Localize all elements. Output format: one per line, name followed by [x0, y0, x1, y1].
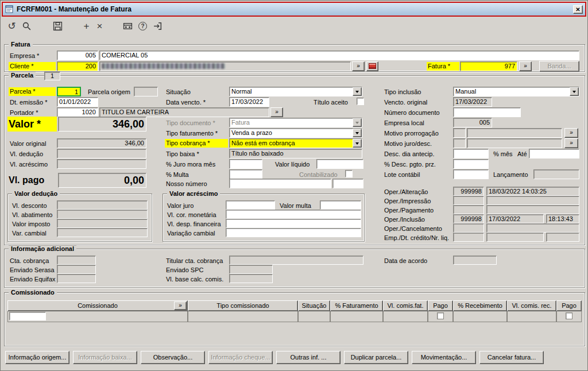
- juro-mora-field[interactable]: [229, 159, 262, 169]
- cliente-code-field[interactable]: 200: [57, 61, 98, 71]
- oper-alteracao-datetime-field: 18/03/2022 14:03:25: [486, 187, 579, 196]
- save-icon[interactable]: [51, 20, 64, 33]
- column-header-comissionado[interactable]: Comissionado »: [7, 300, 188, 311]
- cell-pct-faturamento: [330, 311, 383, 322]
- desc-dia-antecip-field[interactable]: [453, 149, 489, 159]
- vl-pago-field: 0,00: [58, 173, 146, 188]
- tipo-inclusao-value: Manual: [455, 88, 476, 95]
- empresa-name-field[interactable]: COMERCIAL 05: [99, 51, 579, 60]
- var-cambial-field: [57, 228, 148, 237]
- column-header-vl-comis-fat[interactable]: Vl. comis.fat.: [383, 300, 428, 311]
- multa-field[interactable]: [229, 169, 262, 179]
- column-header-pct-faturamento[interactable]: % Faturamento: [330, 300, 383, 311]
- add-icon[interactable]: +: [80, 20, 93, 33]
- window-title: FCRFM001 - Manutenção de Fatura: [17, 5, 573, 13]
- vl-desp-financeira-field[interactable]: [226, 219, 361, 228]
- title-bar[interactable]: FCRFM001 - Manutenção de Fatura ✕: [3, 3, 585, 16]
- informacao-origem-button[interactable]: Informação origem...: [5, 351, 69, 364]
- valor-juro-field[interactable]: [226, 200, 275, 210]
- fatura-number-field[interactable]: 977: [460, 61, 517, 71]
- pago-fat-checkbox[interactable]: [437, 312, 444, 319]
- cliente-label: Cliente *: [9, 62, 56, 71]
- vl-desconto-field: [57, 200, 148, 210]
- data-vencto-field[interactable]: 17/03/2022: [229, 97, 269, 107]
- nosso-numero-digito-field[interactable]: [332, 179, 363, 188]
- client-alert-button[interactable]: [366, 61, 378, 71]
- delete-icon[interactable]: ×: [93, 20, 106, 33]
- vl-desp-financeira-label: Vl. desp. financeira: [167, 220, 221, 228]
- undo-icon[interactable]: ↺: [5, 20, 18, 33]
- data-acordo-label: Data de acordo: [384, 257, 427, 265]
- empresa-code-field[interactable]: 005: [57, 51, 98, 60]
- valor-multa-field[interactable]: [320, 200, 361, 210]
- titulo-aceito-checkbox[interactable]: [357, 98, 364, 105]
- vencto-original-field: 17/03/2022: [453, 97, 492, 107]
- variacao-cambial-field[interactable]: [226, 228, 361, 237]
- contabilizado-checkbox: [345, 170, 353, 177]
- column-header-pago-rec[interactable]: Pago: [556, 300, 582, 311]
- chevron-down-icon[interactable]: [570, 87, 579, 96]
- browse-icon[interactable]: [121, 20, 134, 33]
- observacao-button[interactable]: Observação...: [141, 351, 205, 364]
- portador-lookup-button[interactable]: »: [270, 107, 283, 117]
- column-header-tipo-comissionado[interactable]: Tipo comissionado: [188, 300, 298, 311]
- tipo-baixa-field: Título não baixado: [229, 149, 362, 159]
- comissionado-lookup-button[interactable]: »: [174, 302, 187, 310]
- valor-liquido-field[interactable]: [316, 159, 363, 169]
- comissionado-code-field[interactable]: [9, 312, 46, 320]
- column-header-vl-comis-rec[interactable]: Vl. comis. rec.: [507, 300, 556, 311]
- vl-acrescimo-field: [57, 159, 146, 169]
- chevron-down-icon[interactable]: [353, 87, 362, 96]
- emp-dt-credito-field-2: [486, 233, 544, 242]
- dt-emissao-field[interactable]: 01/01/2022: [57, 97, 98, 107]
- exit-icon[interactable]: [151, 20, 164, 33]
- tipo-documento-value: Fatura: [231, 119, 250, 126]
- fatura-label: Fatura *: [427, 62, 459, 71]
- movimentacao-button[interactable]: Movimentação...: [412, 351, 476, 364]
- valor-acrescimo-legend: Valor acréscimo: [167, 190, 220, 198]
- vl-cor-monetaria-field[interactable]: [226, 210, 361, 219]
- column-header-situacao[interactable]: Situação: [298, 300, 330, 311]
- column-header-pct-recebimento[interactable]: % Recebimento: [453, 300, 507, 311]
- situacao-value: Normal: [231, 88, 252, 95]
- informacao-baixa-button: Informação baixa...: [73, 351, 137, 364]
- fatura-legend: Fatura: [9, 41, 33, 48]
- empresa-local-label: Empresa local: [384, 119, 424, 127]
- close-button[interactable]: ✕: [573, 5, 583, 14]
- chevron-down-icon[interactable]: [353, 129, 362, 137]
- tipo-cobranca-select[interactable]: Não está em cobrança: [229, 138, 362, 148]
- client-alert-icon: [369, 63, 376, 69]
- duplicar-parcela-button[interactable]: Duplicar parcela...: [344, 351, 408, 364]
- chevron-down-icon[interactable]: [353, 139, 362, 148]
- desc-dia-antecip-label: Desc. dia antecip.: [384, 150, 434, 158]
- column-header-pago-fat[interactable]: Pago: [428, 300, 453, 311]
- tipo-documento-label: Tipo documento *: [166, 119, 215, 127]
- vl-desconto-label: Vl. desconto: [12, 202, 47, 210]
- valor-liquido-label: Valor líquido: [275, 160, 310, 168]
- multa-label: % Multa: [166, 171, 189, 179]
- comissionado-legend: Comissionado: [9, 289, 57, 296]
- pct-mes-label: % mês: [493, 150, 513, 158]
- numero-documento-field[interactable]: [453, 107, 521, 117]
- fatura-lookup-button[interactable]: »: [519, 61, 532, 71]
- lote-contabil-field[interactable]: [453, 169, 489, 179]
- portador-code-field[interactable]: 1020: [57, 107, 98, 117]
- tipo-cobranca-value: Não está em cobrança: [231, 140, 295, 146]
- vl-pago-label: Vl. pago: [9, 175, 44, 186]
- situacao-select[interactable]: Normal: [229, 87, 362, 96]
- outras-inf-button[interactable]: Outras inf. ...: [276, 351, 341, 364]
- desc-ate-field[interactable]: [529, 149, 579, 159]
- search-icon[interactable]: [20, 20, 33, 33]
- motivo-prorrogacao-lookup-button[interactable]: »: [564, 128, 578, 138]
- cliente-lookup-button[interactable]: »: [352, 61, 365, 71]
- tipo-inclusao-select[interactable]: Manual: [453, 87, 579, 96]
- nosso-numero-field[interactable]: [229, 179, 331, 188]
- juro-mora-label: % Juro mora mês: [166, 160, 215, 168]
- cancelar-fatura-button[interactable]: Cancelar fatura...: [479, 351, 544, 364]
- tipo-faturamento-select[interactable]: Venda a prazo: [229, 128, 362, 138]
- motivo-juro-lookup-button[interactable]: »: [564, 138, 578, 148]
- parcela-number-field[interactable]: 1: [57, 87, 81, 96]
- desc-pgto-field[interactable]: [453, 159, 489, 169]
- pago-rec-checkbox[interactable]: [566, 312, 572, 319]
- help-icon[interactable]: ?: [136, 20, 149, 33]
